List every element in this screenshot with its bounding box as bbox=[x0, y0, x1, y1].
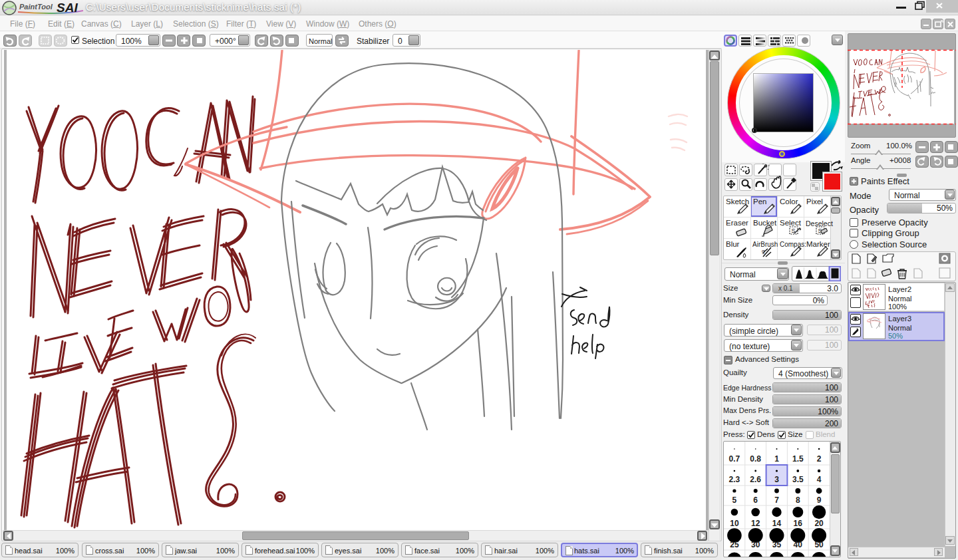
svg-text:12: 12 bbox=[751, 519, 760, 528]
svg-text:16: 16 bbox=[794, 519, 803, 528]
svg-text:20: 20 bbox=[814, 519, 824, 528]
svg-text:g: g bbox=[762, 248, 764, 254]
svg-text:3.5: 3.5 bbox=[792, 475, 804, 484]
svg-text:3: 3 bbox=[774, 475, 779, 484]
svg-text:PaintTool: PaintTool bbox=[19, 3, 53, 11]
svg-text:4: 4 bbox=[817, 475, 822, 484]
svg-text:7: 7 bbox=[774, 495, 779, 505]
svg-text:2.6: 2.6 bbox=[750, 475, 761, 484]
svg-text:SAI: SAI bbox=[57, 1, 78, 15]
svg-text:0.8: 0.8 bbox=[750, 454, 761, 464]
svg-text:25: 25 bbox=[730, 540, 739, 549]
svg-text:2.3: 2.3 bbox=[729, 475, 740, 484]
svg-text:40: 40 bbox=[794, 540, 803, 549]
svg-text:1.5: 1.5 bbox=[792, 454, 804, 464]
svg-text:8: 8 bbox=[796, 495, 800, 505]
svg-text:9: 9 bbox=[817, 495, 822, 505]
svg-text:35: 35 bbox=[772, 540, 782, 549]
svg-text:5: 5 bbox=[732, 495, 737, 505]
svg-text:30: 30 bbox=[751, 540, 760, 549]
svg-text:10: 10 bbox=[730, 519, 739, 528]
svg-text:6: 6 bbox=[753, 495, 758, 505]
svg-text:50: 50 bbox=[814, 540, 824, 549]
svg-text:0.7: 0.7 bbox=[729, 454, 740, 464]
svg-text:1: 1 bbox=[774, 454, 779, 464]
svg-text:14: 14 bbox=[772, 519, 782, 528]
svg-text:2: 2 bbox=[817, 454, 822, 464]
